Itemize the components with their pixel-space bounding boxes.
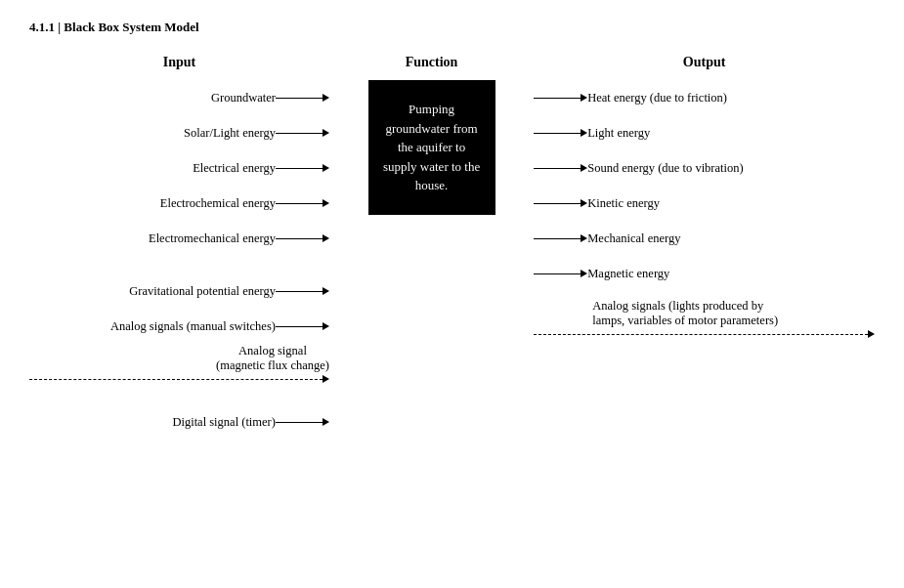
input-rows: GroundwaterSolar/Light energyElectrical …: [29, 80, 329, 440]
solid-arrow: [276, 234, 329, 242]
section-title: 4.1.1 | Black Box System Model: [29, 20, 875, 35]
input-row: Gravitational potential energy: [29, 273, 329, 309]
output-row: Analog signals (lights produced bylamps,…: [534, 299, 875, 338]
solid-arrow: [276, 94, 329, 102]
input-label: Digital signal (timer): [172, 415, 276, 430]
solid-arrow: [276, 129, 329, 137]
input-row: Analog signal(magnetic flux change): [29, 344, 329, 383]
output-solid-arrow: [534, 234, 587, 242]
output-label: Sound energy (due to vibration): [587, 161, 743, 176]
function-inner: Pumping groundwater from the aquifer to …: [368, 80, 495, 215]
input-row: [29, 256, 329, 273]
output-solid-arrow: [534, 270, 587, 277]
input-label: Gravitational potential energy: [129, 284, 276, 299]
output-header: Output: [534, 55, 875, 70]
solid-arrow: [276, 322, 329, 330]
output-label-multiline: Analog signals (lights produced bylamps,…: [592, 299, 778, 328]
output-label: Light energy: [587, 126, 650, 141]
input-row: [29, 387, 329, 404]
black-box: Pumping groundwater from the aquifer to …: [368, 80, 495, 215]
output-row: Heat energy (due to friction): [534, 80, 875, 115]
output-solid-arrow: [534, 199, 587, 207]
input-label: Electrochemical energy: [160, 196, 276, 211]
diagram: GroundwaterSolar/Light energyElectrical …: [29, 80, 875, 440]
input-label: Electromechanical energy: [149, 231, 276, 246]
function-column: Pumping groundwater from the aquifer to …: [329, 80, 534, 440]
function-header: Function: [329, 55, 534, 70]
input-label: Electrical energy: [193, 161, 276, 176]
solid-arrow: [276, 418, 329, 426]
output-row: Magnetic energy: [534, 256, 875, 291]
output-label: Magnetic energy: [587, 267, 669, 281]
output-dashed-arrow: [534, 330, 875, 338]
input-header: Input: [29, 55, 329, 70]
output-row: Light energy: [534, 115, 875, 150]
input-row: Electrical energy: [29, 150, 329, 186]
input-label-multiline: Analog signal(magnetic flux change): [216, 344, 329, 373]
solid-arrow: [276, 164, 329, 172]
output-solid-arrow: [534, 94, 587, 102]
output-row: Kinetic energy: [534, 186, 875, 221]
output-solid-arrow: [534, 129, 587, 137]
output-row: Mechanical energy: [534, 221, 875, 256]
input-column: GroundwaterSolar/Light energyElectrical …: [29, 80, 329, 440]
input-row: Digital signal (timer): [29, 404, 329, 440]
input-label: Analog signals (manual switches): [110, 319, 276, 334]
output-label: Kinetic energy: [587, 196, 660, 211]
solid-arrow: [276, 199, 329, 207]
output-solid-arrow: [534, 164, 587, 172]
solid-arrow: [276, 287, 329, 295]
output-label: Mechanical energy: [587, 231, 680, 246]
output-label: Heat energy (due to friction): [587, 91, 727, 105]
input-row: Electrochemical energy: [29, 186, 329, 221]
input-row: Solar/Light energy: [29, 115, 329, 150]
input-row: Groundwater: [29, 80, 329, 115]
output-rows: Heat energy (due to friction)Light energ…: [534, 80, 875, 338]
input-row: Electromechanical energy: [29, 221, 329, 256]
output-row: Sound energy (due to vibration): [534, 150, 875, 186]
dashed-arrow: [29, 375, 329, 383]
input-label: Groundwater: [211, 91, 276, 105]
input-label: Solar/Light energy: [184, 126, 276, 141]
input-row: Analog signals (manual switches): [29, 309, 329, 344]
output-column: Heat energy (due to friction)Light energ…: [534, 80, 875, 440]
